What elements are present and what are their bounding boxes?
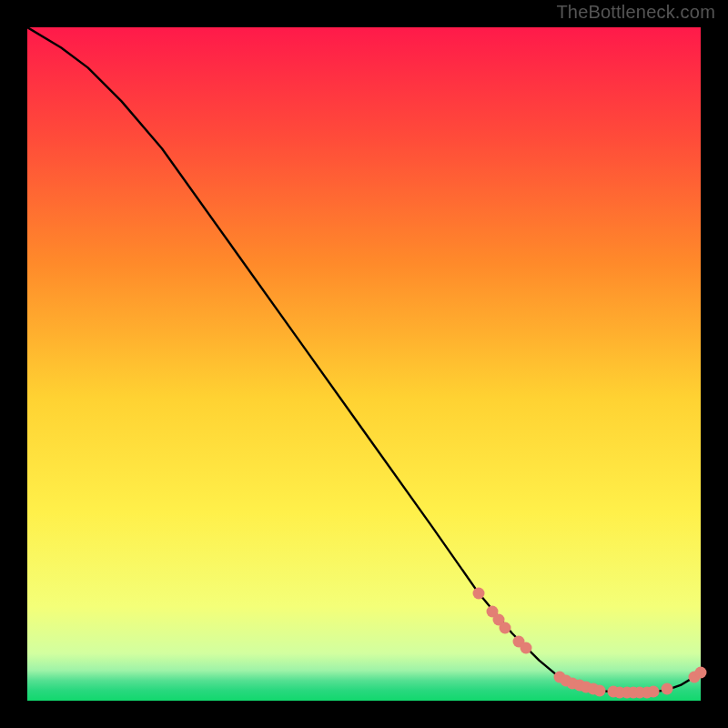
data-marker [695,666,707,678]
chart-area [27,27,701,701]
data-marker [500,622,511,634]
data-marker [662,683,673,695]
data-marker [520,642,531,654]
data-marker [648,686,660,698]
watermark-text: TheBottleneck.com [556,2,715,23]
data-marker [594,684,606,696]
chart-curve [27,27,701,701]
data-marker [472,587,484,599]
